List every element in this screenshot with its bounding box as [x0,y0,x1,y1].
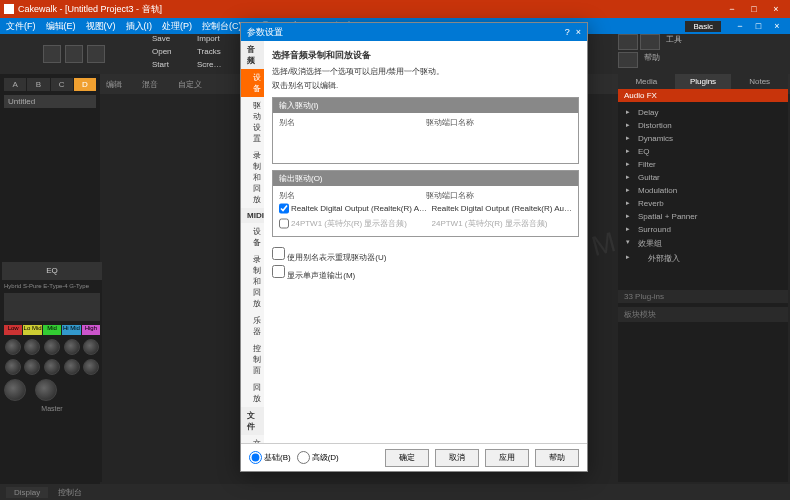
menu-insert[interactable]: 插入(I) [126,20,153,33]
help-button[interactable]: 帮助 [535,449,579,467]
tree-dynamics[interactable]: Dynamics [624,132,782,145]
cat-audio: 音频 [241,41,264,69]
knob-8[interactable] [44,359,60,375]
menu-edit[interactable]: 编辑(E) [46,20,76,33]
console-label[interactable]: 控制台 [58,487,82,498]
band-mid[interactable]: Mid [43,325,61,335]
tree-fxgroup[interactable]: 效果组 [624,236,782,251]
tree-reverb[interactable]: Reverb [624,197,782,210]
tb-tracks[interactable]: Tracks [193,47,238,60]
tab-a[interactable]: A [4,78,26,91]
maximize-icon[interactable]: □ [744,4,764,14]
toolbar-btn-3[interactable] [87,45,105,63]
knob-9[interactable] [64,359,80,375]
display-label[interactable]: Display [6,487,48,498]
browser-tab-plugins[interactable]: Plugins [675,74,732,89]
menu-console[interactable]: 控制台(C) [202,20,242,33]
knob-4[interactable] [64,339,80,355]
check-mono[interactable]: 显示单声道输出(M) [272,265,579,281]
side-driver[interactable]: 驱动设置 [241,97,264,147]
output-row-2[interactable]: 24PTW1 (英特尔(R) 显示器音频) 24PTW1 (英特尔(R) 显示器… [279,216,572,231]
side-devices[interactable]: 设备 [241,69,264,97]
chk-alias-box[interactable] [272,247,285,260]
tree-guitar[interactable]: Guitar [624,171,782,184]
band-himid[interactable]: Hi Mid [62,325,80,335]
templates-head[interactable]: 板块模块 [618,307,788,322]
knob-2[interactable] [24,339,40,355]
tab-c[interactable]: C [51,78,73,91]
project-name[interactable]: Untitled [4,95,96,108]
knob-10[interactable] [83,359,99,375]
tab-b[interactable]: B [27,78,49,91]
side-control[interactable]: 控制面 [241,340,264,379]
menu-view[interactable]: 视图(V) [86,20,116,33]
tb-start[interactable]: Start [148,60,193,73]
tree-external[interactable]: 外部撤入 [624,251,782,266]
knob-1[interactable] [5,339,21,355]
tree-spatial[interactable]: Spatial + Panner [624,210,782,223]
tree-filter[interactable]: Filter [624,158,782,171]
tb-save[interactable]: Save [148,34,193,47]
tb-import[interactable]: Import [193,34,238,47]
chk-mono-box[interactable] [272,265,285,278]
band-high[interactable]: High [82,325,100,335]
mixer-strip: EQ Hybrid S-Pure E-Type-4 G-Type Low Lo … [2,262,102,482]
toolbar-btn-1[interactable] [43,45,61,63]
minimize-icon[interactable]: − [722,4,742,14]
tb-scre[interactable]: Scre… [193,60,238,73]
dialog-help-icon[interactable]: ? [565,27,570,37]
tab-d[interactable]: D [74,78,96,91]
radio-advanced[interactable]: 高级(D) [297,451,339,464]
knob-3[interactable] [44,339,60,355]
radio-basic[interactable]: 基础(B) [249,451,291,464]
side-playback[interactable]: 回放 [241,379,264,407]
hdr-mix[interactable]: 混音 [142,79,158,90]
toolbar-btn-2[interactable] [65,45,83,63]
big-knob-2[interactable] [35,379,57,401]
side-midi-rec[interactable]: 录制和回放 [241,251,264,312]
knob-5[interactable] [83,339,99,355]
tr-help-icon[interactable] [618,52,638,68]
col-alias-2: 别名 [279,190,426,201]
band-lomid[interactable]: Lo Mid [23,325,41,335]
output-row-1[interactable]: Realtek Digital Output (Realtek(R) A… Re… [279,201,572,216]
close-icon[interactable]: × [766,4,786,14]
side-midi-dev[interactable]: 设备 [241,223,264,251]
workspace-selector[interactable]: Basic [685,21,721,32]
side-recplay[interactable]: 录制和回放 [241,147,264,208]
menu-file[interactable]: 文件(F) [6,20,36,33]
tr-redo-icon[interactable] [640,34,660,50]
inner-minimize-icon[interactable]: − [733,21,747,31]
check-alias[interactable]: 使用别名表示重现驱动器(U) [272,247,579,263]
knob-7[interactable] [24,359,40,375]
out-alias-1: Realtek Digital Output (Realtek(R) A… [291,204,432,213]
inner-maximize-icon[interactable]: □ [751,21,765,31]
out-chk-1[interactable] [279,202,289,215]
apply-button[interactable]: 应用 [485,449,529,467]
tree-distortion[interactable]: Distortion [624,119,782,132]
out-chk-2[interactable] [279,217,289,230]
tree-surround[interactable]: Surround [624,223,782,236]
side-folders[interactable]: 文件夹位置 [241,435,264,443]
dialog-close-icon[interactable]: × [576,27,581,37]
inner-close-icon[interactable]: × [770,21,784,31]
knob-6[interactable] [5,359,21,375]
tr-undo-icon[interactable] [618,34,638,50]
browser-tab-notes[interactable]: Notes [731,74,788,89]
out-alias-2: 24PTW1 (英特尔(R) 显示器音频) [291,218,432,229]
tree-eq[interactable]: EQ [624,145,782,158]
cancel-button[interactable]: 取消 [435,449,479,467]
menu-process[interactable]: 处理(P) [162,20,192,33]
browser-tab-media[interactable]: Media [618,74,675,89]
content-desc2: 双击别名可以编辑. [272,80,579,91]
tree-modulation[interactable]: Modulation [624,184,782,197]
ok-button[interactable]: 确定 [385,449,429,467]
big-knob-1[interactable] [4,379,26,401]
hdr-edit[interactable]: 编辑 [106,79,122,90]
cat-midi: MIDI [241,208,264,223]
tb-open[interactable]: Open [148,47,193,60]
side-instruments[interactable]: 乐器 [241,312,264,340]
tree-delay[interactable]: Delay [624,106,782,119]
band-low[interactable]: Low [4,325,22,335]
hdr-custom[interactable]: 自定义 [178,79,202,90]
